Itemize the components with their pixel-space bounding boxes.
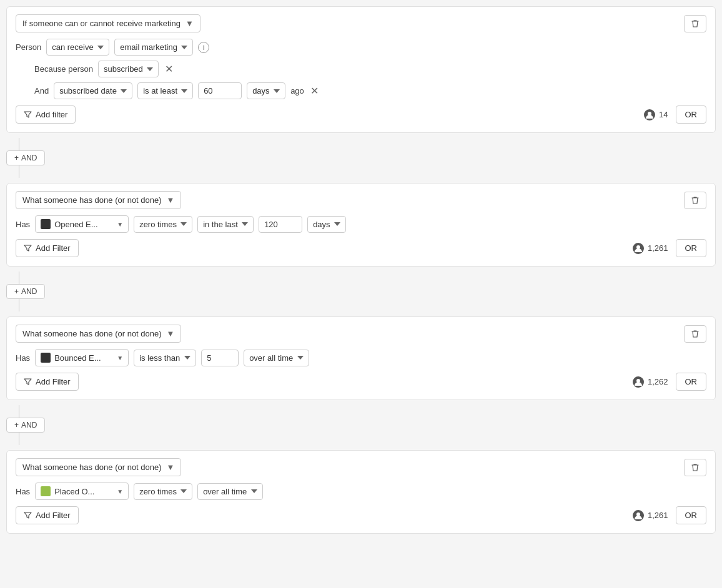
condition-block-3: What someone has done (or not done) ▼ Ha…: [6, 316, 716, 400]
ago-label: ago: [290, 86, 304, 96]
block3-event-value-input[interactable]: [201, 350, 239, 366]
and-line-bottom-3: [19, 433, 19, 445]
block3-event-condition-select[interactable]: is less than: [134, 350, 196, 366]
block1-because-row: Because person subscribed ✕: [16, 61, 706, 77]
and-value-input[interactable]: [198, 82, 242, 99]
condition-block-2: What someone has done (or not done) ▼ Ha…: [6, 183, 716, 267]
block4-event-arrow: ▼: [117, 488, 123, 495]
block4-delete-button[interactable]: [684, 459, 706, 476]
filter-icon: [24, 110, 32, 119]
block2-event-arrow: ▼: [117, 221, 123, 228]
and-line-bottom: [19, 165, 19, 178]
block4-event-condition-select[interactable]: zero times: [134, 483, 192, 500]
block4-has-label: Has: [16, 487, 30, 496]
block3-event-select[interactable]: Bounced E... ▼: [35, 349, 129, 366]
block2-header: What someone has done (or not done) ▼: [16, 191, 706, 209]
block2-add-filter-button[interactable]: Add Filter: [16, 239, 79, 257]
block3-event-name: Bounced E...: [54, 353, 101, 363]
block4-or-button[interactable]: OR: [676, 506, 707, 524]
block4-has-row: Has Placed O... ▼ zero times over all ti…: [16, 483, 706, 500]
person-count-icon: [644, 109, 655, 120]
block4-event-time-select[interactable]: over all time: [197, 483, 263, 500]
and-line-top: [19, 138, 19, 150]
block3-or-button[interactable]: OR: [676, 373, 707, 391]
block2-event-unit-select[interactable]: days: [307, 216, 346, 233]
trash-icon-3: [691, 330, 700, 338]
trash-icon-2: [691, 196, 700, 205]
block3-event-arrow: ▼: [117, 355, 123, 361]
block3-has-label: Has: [16, 353, 30, 363]
block2-type-arrow: ▼: [167, 195, 175, 205]
block4-add-filter-button[interactable]: Add Filter: [16, 506, 79, 524]
filter-icon-3: [24, 378, 32, 386]
filter-icon-2: [24, 244, 32, 252]
block1-person-row: Person can receive email marketing i: [16, 39, 706, 56]
and-line-bottom-2: [19, 299, 19, 311]
block4-footer: Add Filter 1,261 OR: [16, 506, 706, 524]
block3-footer: Add Filter 1,262 OR: [16, 373, 706, 391]
block1-count-value: 14: [659, 110, 668, 119]
and-button-1[interactable]: + AND: [6, 150, 45, 165]
block3-count: 1,262: [633, 376, 668, 388]
and-connector-2: + AND: [6, 272, 716, 311]
block4-type-arrow: ▼: [167, 463, 175, 472]
block3-has-row: Has Bounced E... ▼ is less than over all…: [16, 349, 706, 366]
block1-footer: Add filter 14 OR: [16, 105, 706, 124]
block2-event-select[interactable]: Opened E... ▼: [35, 215, 129, 233]
block4-event-select[interactable]: Placed O... ▼: [35, 483, 129, 500]
block2-count-value: 1,261: [648, 243, 668, 253]
and-connector-3: + AND: [6, 405, 716, 445]
because-label: Because person: [34, 64, 93, 74]
and-button-2[interactable]: + AND: [6, 284, 45, 299]
filter-icon-4: [24, 511, 32, 519]
person-count-icon-3: [633, 376, 644, 388]
and-unit-select[interactable]: days: [247, 82, 285, 99]
person-count-icon-2: [633, 243, 644, 254]
block2-has-label: Has: [16, 220, 30, 229]
because-close-icon[interactable]: ✕: [164, 63, 174, 76]
block2-footer: Add Filter 1,261 OR: [16, 239, 706, 257]
person-label: Person: [16, 42, 41, 52]
block2-event-condition-select[interactable]: zero times: [134, 216, 192, 233]
block3-header: What someone has done (or not done) ▼: [16, 325, 706, 343]
block3-type-arrow: ▼: [167, 329, 175, 338]
and-close-icon[interactable]: ✕: [309, 85, 320, 97]
info-icon[interactable]: i: [198, 42, 209, 53]
block2-delete-button[interactable]: [684, 192, 706, 209]
block3-delete-button[interactable]: [684, 325, 706, 343]
block4-type-select[interactable]: What someone has done (or not done) ▼: [16, 458, 181, 476]
event-icon-3: [41, 353, 51, 363]
block1-type-select[interactable]: If someone can or cannot receive marketi…: [16, 14, 200, 32]
block2-or-button[interactable]: OR: [676, 239, 707, 257]
shopify-icon: [41, 486, 51, 496]
person-count-icon-4: [633, 510, 644, 521]
block1-or-button[interactable]: OR: [676, 105, 707, 124]
block1-type-label: If someone can or cannot receive marketi…: [22, 19, 180, 28]
block1-add-filter-button[interactable]: Add filter: [16, 105, 76, 124]
and-line-top-3: [19, 405, 19, 418]
block3-event-time-select[interactable]: over all time: [244, 350, 309, 366]
because-value-select[interactable]: subscribed: [98, 61, 159, 77]
block2-event-value-input[interactable]: [259, 216, 302, 233]
block1-header: If someone can or cannot receive marketi…: [16, 14, 706, 32]
block3-add-filter-button[interactable]: Add Filter: [16, 373, 79, 391]
block2-count: 1,261: [633, 243, 668, 254]
condition-block-1: If someone can or cannot receive marketi…: [6, 6, 716, 133]
block3-type-label: What someone has done (or not done): [22, 329, 162, 338]
block2-event-time-select[interactable]: in the last: [197, 216, 254, 233]
person-receive-select[interactable]: can receive: [46, 39, 109, 56]
and-condition-select[interactable]: is at least: [137, 82, 193, 99]
block1-delete-button[interactable]: [684, 15, 706, 32]
block4-type-label: What someone has done (or not done): [22, 463, 162, 472]
block2-type-label: What someone has done (or not done): [22, 195, 162, 205]
and-date-field-select[interactable]: subscribed date: [54, 82, 132, 99]
block2-type-select[interactable]: What someone has done (or not done) ▼: [16, 191, 181, 209]
and-line-top-2: [19, 272, 19, 284]
block4-count-value: 1,261: [648, 511, 668, 520]
person-channel-select[interactable]: email marketing: [114, 39, 193, 56]
and-connector-1: + AND: [6, 138, 716, 178]
and-button-3[interactable]: + AND: [6, 418, 45, 433]
block3-type-select[interactable]: What someone has done (or not done) ▼: [16, 325, 181, 343]
block1-type-arrow: ▼: [185, 19, 194, 28]
block4-header: What someone has done (or not done) ▼: [16, 458, 706, 476]
